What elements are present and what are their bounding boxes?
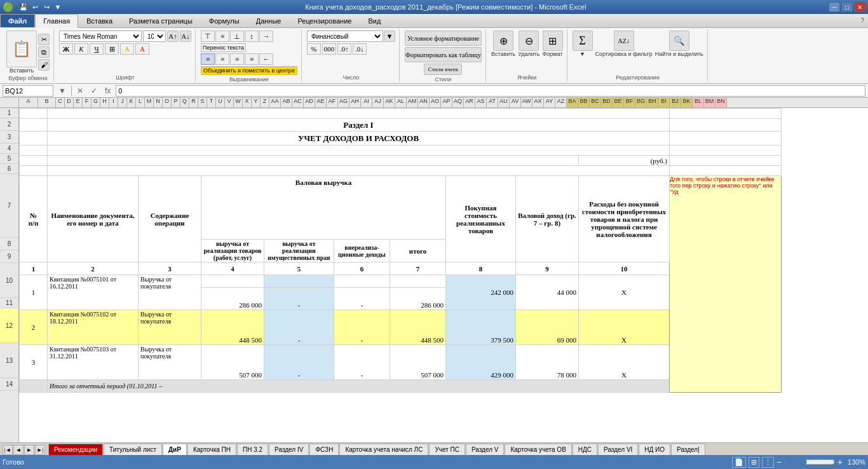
sheet-tab-ups[interactable]: Учет ПС — [429, 444, 465, 455]
col-u[interactable]: U — [216, 98, 225, 107]
col-gross-header[interactable]: Валовой доход (гр. 7 – гр. 8) — [516, 176, 579, 262]
colnum-6[interactable]: 6 — [334, 262, 390, 275]
footer-empty[interactable] — [20, 380, 48, 393]
data-r3-doc[interactable]: Квитанция №0075103 от 31.12.2011 — [48, 345, 139, 380]
font-color-button[interactable]: А — [135, 43, 149, 55]
underline-button[interactable]: Ч — [90, 43, 104, 55]
sheet-tab-r6[interactable]: Раздел VI — [598, 444, 638, 455]
data-r3-rev2[interactable]: - — [264, 345, 334, 380]
tab-review[interactable]: Рецензирование — [289, 14, 360, 27]
border-button[interactable]: ⊞ — [105, 43, 119, 55]
r1c11[interactable] — [670, 109, 782, 119]
col-ac[interactable]: AC — [292, 98, 304, 107]
col-bd[interactable]: BD — [601, 98, 613, 107]
r6c11[interactable] — [670, 166, 782, 176]
col-bh[interactable]: BH — [647, 98, 658, 107]
number-format-select[interactable]: Финансовый — [307, 31, 383, 42]
footer-label[interactable]: Итого за отчетный период (01.10.2011 – — [48, 380, 670, 393]
r5c1[interactable] — [20, 156, 48, 166]
r1c1[interactable] — [20, 109, 48, 119]
colnum-3[interactable]: 3 — [139, 262, 201, 275]
data-r3-cost[interactable]: 429 000 — [446, 345, 516, 380]
colnum-10[interactable]: 10 — [579, 262, 670, 275]
r5c11[interactable] — [670, 156, 782, 166]
col-be[interactable]: BE — [613, 98, 624, 107]
confirm-formula-btn[interactable]: ✓ — [88, 86, 100, 95]
cell-styles-button[interactable]: Стили ячеек — [424, 64, 462, 75]
col-a[interactable]: A — [19, 98, 38, 107]
formula-input[interactable] — [116, 85, 865, 97]
col-bg[interactable]: BG — [635, 98, 647, 107]
gross-revenue-header[interactable]: Валовая выручка — [201, 176, 446, 240]
col-au[interactable]: AU — [498, 98, 510, 107]
wrap-text-button[interactable]: Перенос текста — [201, 43, 246, 52]
col-an[interactable]: AN — [418, 98, 430, 107]
data-r2-cost[interactable]: 379 500 — [446, 310, 516, 345]
redo-quick-btn[interactable]: ↪ — [41, 2, 51, 12]
r4c2-10[interactable] — [48, 146, 670, 156]
data-r2-content[interactable]: Выручка от покупателя — [139, 310, 201, 345]
tab-home[interactable]: Главная — [35, 14, 78, 28]
data-r2-rev2[interactable]: - — [264, 310, 334, 345]
colnum-2[interactable]: 2 — [48, 262, 139, 275]
view-layout-btn[interactable]: ⊞ — [749, 457, 759, 468]
col-num-header[interactable]: №п/п — [20, 176, 48, 262]
col-ba[interactable]: BA — [567, 98, 578, 107]
align-bottom-btn[interactable]: ⊥ — [230, 31, 244, 42]
align-left-btn[interactable]: ≡ — [201, 53, 215, 65]
r3c11[interactable] — [670, 132, 782, 146]
colnum-1[interactable]: 1 — [20, 262, 48, 275]
data-r3-content[interactable]: Выручка от покупателя — [139, 345, 201, 380]
qat-more-btn[interactable]: ▼ — [53, 2, 63, 12]
col-j[interactable]: J — [118, 98, 127, 107]
sheet-tab-kpn[interactable]: Карточка ПН — [187, 444, 236, 455]
close-button[interactable]: ✕ — [854, 2, 865, 12]
data-r1-rev1[interactable]: 286 000 — [201, 288, 264, 310]
percent-btn[interactable]: % — [307, 43, 321, 55]
col-aa[interactable]: AA — [269, 98, 281, 107]
data-r1-rev2-top[interactable] — [264, 275, 334, 288]
tab-formulas[interactable]: Формулы — [201, 14, 248, 27]
minimize-button[interactable]: ─ — [829, 2, 840, 12]
decrease-decimal-btn[interactable]: .0↓ — [353, 43, 367, 55]
data-r1-total[interactable]: 286 000 — [390, 288, 446, 310]
currency-note[interactable]: (руб.) — [579, 156, 670, 166]
col-n[interactable]: N — [154, 98, 163, 107]
data-r1-total-top[interactable] — [390, 275, 446, 288]
r3c1[interactable] — [20, 132, 48, 146]
data-r1-cost[interactable]: 242 000 — [446, 275, 516, 310]
view-pagebreak-btn[interactable]: ⋮ — [762, 457, 774, 468]
data-r2-num[interactable]: 2 — [20, 310, 48, 345]
ribbon-help-btn[interactable]: ? — [860, 17, 864, 24]
data-r2-rev1[interactable]: 448 500 — [201, 310, 264, 345]
colnum-5[interactable]: 5 — [264, 262, 334, 275]
col-d[interactable]: D — [65, 98, 74, 107]
sheet-tab-pn32[interactable]: ПН 3.2 — [237, 444, 268, 455]
col-h[interactable]: H — [100, 98, 109, 107]
sheet-tab-title[interactable]: Титульный лист — [104, 444, 162, 455]
col-bl[interactable]: BL — [693, 98, 704, 107]
col-ab[interactable]: AB — [281, 98, 292, 107]
tab-insert[interactable]: Вставка — [78, 14, 121, 27]
justify-btn[interactable]: ≡ — [245, 53, 259, 65]
maximize-button[interactable]: □ — [841, 2, 853, 12]
r6c1[interactable] — [20, 166, 48, 176]
data-r2-doc[interactable]: Квитанция №0075102 от 18.12.2011 — [48, 310, 139, 345]
data-r1-doc[interactable]: Квитанция №0075101 от 16.12.2011 — [48, 275, 139, 310]
sheet-tab-r4[interactable]: Раздел IV — [269, 444, 309, 455]
zoom-in-btn[interactable]: + — [837, 457, 843, 467]
col-ag[interactable]: AG — [338, 98, 349, 107]
increase-font-btn[interactable]: A↑ — [167, 31, 179, 42]
sort-button[interactable]: AZ↓ — [614, 31, 634, 51]
align-top-btn[interactable]: ⊤ — [201, 31, 215, 42]
data-r1-content[interactable]: Выручка от покупателя — [139, 275, 201, 310]
col-s[interactable]: S — [198, 98, 207, 107]
col-bc[interactable]: BC — [590, 98, 601, 107]
data-r2-expenses[interactable]: X — [579, 310, 670, 345]
data-r1-num[interactable]: 1 — [20, 275, 48, 310]
fx-btn[interactable]: fx — [102, 86, 113, 95]
col-az[interactable]: AZ — [555, 98, 567, 107]
font-name-select[interactable]: Times New Roman — [59, 31, 142, 42]
find-button[interactable]: 🔍 — [669, 31, 689, 51]
col-at[interactable]: AT — [487, 98, 498, 107]
